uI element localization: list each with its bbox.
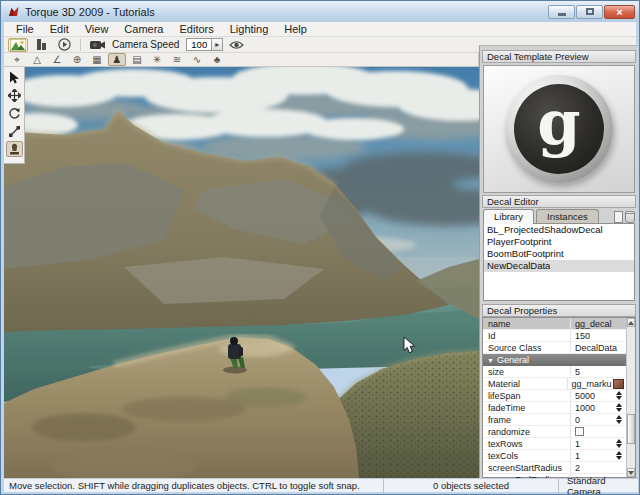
decal-preview-header: Decal Template Preview xyxy=(482,50,636,63)
app-window: Torque 3D 2009 - Tutorials × File Edit V… xyxy=(0,0,640,495)
visibility-button[interactable] xyxy=(226,38,246,52)
garagegames-logo: g xyxy=(505,75,613,183)
window-layout-button[interactable] xyxy=(31,38,51,52)
spinner-icon[interactable] xyxy=(616,439,622,448)
menu-file[interactable]: File xyxy=(8,22,42,37)
logo-letter: g xyxy=(537,92,580,154)
spinner-icon[interactable] xyxy=(616,391,622,400)
list-item-selected[interactable]: NewDecalData xyxy=(484,260,634,272)
camera-icon xyxy=(90,40,105,50)
decal-properties-header: Decal Properties xyxy=(482,304,636,317)
camera-speed-spin-button[interactable]: ▸ xyxy=(212,38,223,51)
camera-menu-button[interactable] xyxy=(87,38,107,52)
tool-palette xyxy=(4,67,25,164)
prop-row-source-class[interactable]: Source Class DecalData xyxy=(483,342,626,354)
toolbar-mission-area-editor[interactable]: ⊕ xyxy=(68,53,86,66)
objects-selected-status: 0 objects selected xyxy=(384,480,558,491)
spinner-icon[interactable] xyxy=(616,451,622,460)
list-item[interactable]: BL_ProjectedShadowDecal xyxy=(484,224,634,236)
status-bar: Move selection. SHIFT while dragging dup… xyxy=(4,478,638,492)
tab-library[interactable]: Library xyxy=(483,209,534,224)
toolbar-forest-editor[interactable]: ♣ xyxy=(208,53,226,66)
prop-row-id[interactable]: Id 150 xyxy=(483,330,626,342)
toolbar-material-editor[interactable]: ▦ xyxy=(88,53,106,66)
decal-library-list[interactable]: BL_ProjectedShadowDecal PlayerFootprint … xyxy=(483,223,635,301)
spinner-icon[interactable] xyxy=(616,415,622,424)
close-button[interactable]: × xyxy=(604,5,635,19)
right-panel: Decal Template Preview g Decal Editor Li… xyxy=(479,45,638,478)
scale-icon[interactable] xyxy=(6,123,23,139)
list-item[interactable]: BoomBotFootprint xyxy=(484,248,634,260)
decal-template-preview: g xyxy=(483,65,635,193)
viewport-3d-scene[interactable] xyxy=(4,67,479,478)
app-logo-icon xyxy=(8,6,20,18)
decal-properties-grid: name gg_decal Id 150 Source Class DecalD… xyxy=(482,317,636,478)
prop-row-texcols[interactable]: texCols 1 xyxy=(483,450,626,462)
list-item[interactable]: PlayerFootprint xyxy=(484,236,634,248)
prop-row-size[interactable]: size 5 xyxy=(483,366,626,378)
status-message: Move selection. SHIFT while dragging dup… xyxy=(4,480,383,491)
play-game-button[interactable] xyxy=(54,38,74,52)
title-bar[interactable]: Torque 3D 2009 - Tutorials × xyxy=(1,1,639,22)
properties-scrollbar[interactable] xyxy=(626,318,635,477)
toolbar-terrain-editor[interactable]: △ xyxy=(28,53,46,66)
rotate-icon[interactable] xyxy=(6,105,23,121)
toolbar-datablock-editor[interactable]: ▤ xyxy=(128,53,146,66)
scene-world-button[interactable] xyxy=(8,38,28,52)
toolbar-river-editor[interactable]: ≋ xyxy=(168,53,186,66)
menu-camera[interactable]: Camera xyxy=(116,22,171,37)
camera-mode-status: Standard Camera xyxy=(559,475,638,495)
menu-edit[interactable]: Edit xyxy=(42,22,77,37)
menu-lighting[interactable]: Lighting xyxy=(222,22,277,37)
tab-instances[interactable]: Instances xyxy=(536,209,599,224)
spinner-icon[interactable] xyxy=(616,403,622,412)
decal-editor-header: Decal Editor xyxy=(482,195,636,208)
toolbar-terrain-painter[interactable]: ∠ xyxy=(48,53,66,66)
toolbar-object-editor[interactable]: ⌖ xyxy=(8,53,26,66)
randomize-checkbox[interactable] xyxy=(575,427,584,436)
prop-row-material[interactable]: Material gg_marku xyxy=(483,378,626,390)
menu-view[interactable]: View xyxy=(77,22,117,37)
editors-toolbar: ⌖ △ ∠ ⊕ ▦ ♟ ▤ ✳ ≋ ∿ ♣ xyxy=(4,53,479,67)
delete-decal-icon[interactable] xyxy=(625,211,635,223)
decal-stamp-icon[interactable] xyxy=(6,141,23,157)
window-layout-icon xyxy=(37,39,46,50)
camera-speed-input[interactable] xyxy=(186,38,212,51)
toolbar-road-editor[interactable]: ∿ xyxy=(188,53,206,66)
menu-help[interactable]: Help xyxy=(276,22,315,37)
prop-row-lifespan[interactable]: lifeSpan 5000 xyxy=(483,390,626,402)
material-picker-icon[interactable] xyxy=(613,379,624,389)
play-icon xyxy=(58,38,71,51)
move-icon[interactable] xyxy=(6,87,23,103)
prop-row-screenstartradius[interactable]: screenStartRadius 2 xyxy=(483,462,626,474)
scrollbar-thumb[interactable] xyxy=(627,414,635,444)
prop-row-texrows[interactable]: texRows 1 xyxy=(483,438,626,450)
new-decal-icon[interactable] xyxy=(614,211,623,223)
prop-row-randomize[interactable]: randomize xyxy=(483,426,626,438)
prop-row-frame[interactable]: frame 0 xyxy=(483,414,626,426)
toolbar-decal-editor[interactable]: ♟ xyxy=(108,53,126,66)
prop-row-name[interactable]: name gg_decal xyxy=(483,318,626,330)
select-arrow-icon[interactable] xyxy=(6,69,23,85)
minimize-button[interactable] xyxy=(548,5,575,19)
collapse-arrow-icon: ▼ xyxy=(487,357,494,364)
camera-speed-label: Camera Speed xyxy=(112,39,179,50)
scene-world-icon xyxy=(10,39,26,51)
menu-bar: File Edit View Camera Editors Lighting H… xyxy=(4,22,636,37)
scroll-up-icon[interactable] xyxy=(627,318,635,327)
prop-row-fadetime[interactable]: fadeTime 1000 xyxy=(483,402,626,414)
window-title: Torque 3D 2009 - Tutorials xyxy=(25,6,548,18)
menu-editors[interactable]: Editors xyxy=(171,22,221,37)
general-section-header[interactable]: ▼ General xyxy=(483,354,626,366)
visibility-eye-icon xyxy=(229,40,244,50)
maximize-button[interactable] xyxy=(576,5,603,19)
decal-editor-tabs: Library Instances xyxy=(483,209,635,224)
toolbar-particle-editor[interactable]: ✳ xyxy=(148,53,166,66)
